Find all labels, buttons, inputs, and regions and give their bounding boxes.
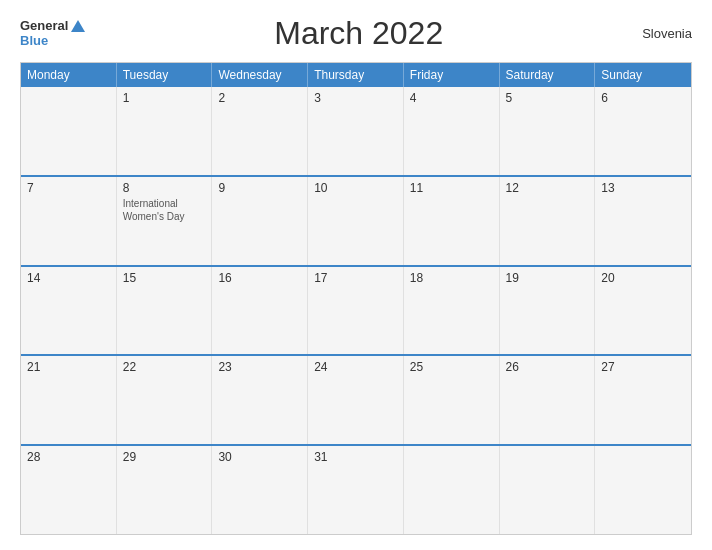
event-label: International Women's Day xyxy=(123,197,206,223)
day-cell: 30 xyxy=(212,446,308,534)
day-number: 9 xyxy=(218,181,301,195)
day-cell: 21 xyxy=(21,356,117,444)
day-cell: 19 xyxy=(500,267,596,355)
day-cell: 18 xyxy=(404,267,500,355)
day-cell xyxy=(21,87,117,175)
day-cell xyxy=(595,446,691,534)
day-cell: 14 xyxy=(21,267,117,355)
day-cell: 10 xyxy=(308,177,404,265)
day-cell xyxy=(500,446,596,534)
day-cell: 16 xyxy=(212,267,308,355)
day-cell: 2 xyxy=(212,87,308,175)
day-number: 23 xyxy=(218,360,301,374)
day-cell: 22 xyxy=(117,356,213,444)
day-number: 6 xyxy=(601,91,685,105)
day-number: 4 xyxy=(410,91,493,105)
day-number: 25 xyxy=(410,360,493,374)
day-cell: 5 xyxy=(500,87,596,175)
day-header-saturday: Saturday xyxy=(500,63,596,87)
day-number: 20 xyxy=(601,271,685,285)
day-headers-row: MondayTuesdayWednesdayThursdayFridaySatu… xyxy=(21,63,691,87)
week-row-3: 14151617181920 xyxy=(21,265,691,355)
week-row-4: 21222324252627 xyxy=(21,354,691,444)
day-cell: 1 xyxy=(117,87,213,175)
day-number: 30 xyxy=(218,450,301,464)
day-cell: 27 xyxy=(595,356,691,444)
day-number: 17 xyxy=(314,271,397,285)
day-cell: 11 xyxy=(404,177,500,265)
day-header-tuesday: Tuesday xyxy=(117,63,213,87)
day-number: 12 xyxy=(506,181,589,195)
day-number: 29 xyxy=(123,450,206,464)
day-number: 22 xyxy=(123,360,206,374)
day-cell: 20 xyxy=(595,267,691,355)
day-number: 7 xyxy=(27,181,110,195)
day-cell xyxy=(404,446,500,534)
day-header-monday: Monday xyxy=(21,63,117,87)
day-cell: 4 xyxy=(404,87,500,175)
day-header-thursday: Thursday xyxy=(308,63,404,87)
day-header-sunday: Sunday xyxy=(595,63,691,87)
week-row-1: 123456 xyxy=(21,87,691,175)
day-number: 16 xyxy=(218,271,301,285)
day-cell: 8International Women's Day xyxy=(117,177,213,265)
day-number: 24 xyxy=(314,360,397,374)
day-cell: 24 xyxy=(308,356,404,444)
day-number: 31 xyxy=(314,450,397,464)
day-cell: 23 xyxy=(212,356,308,444)
day-header-friday: Friday xyxy=(404,63,500,87)
week-row-2: 78International Women's Day910111213 xyxy=(21,175,691,265)
country-label: Slovenia xyxy=(632,26,692,41)
day-cell: 9 xyxy=(212,177,308,265)
day-number: 21 xyxy=(27,360,110,374)
day-cell: 15 xyxy=(117,267,213,355)
calendar-title: March 2022 xyxy=(85,15,632,52)
day-number: 14 xyxy=(27,271,110,285)
day-number: 3 xyxy=(314,91,397,105)
day-number: 18 xyxy=(410,271,493,285)
page-header: General Blue March 2022 Slovenia xyxy=(20,15,692,52)
day-cell: 29 xyxy=(117,446,213,534)
day-cell: 12 xyxy=(500,177,596,265)
calendar: MondayTuesdayWednesdayThursdayFridaySatu… xyxy=(20,62,692,535)
day-number: 1 xyxy=(123,91,206,105)
day-cell: 31 xyxy=(308,446,404,534)
logo-triangle-icon xyxy=(71,20,85,32)
logo-general-text: General xyxy=(20,19,68,33)
day-number: 15 xyxy=(123,271,206,285)
day-number: 10 xyxy=(314,181,397,195)
day-number: 19 xyxy=(506,271,589,285)
logo: General Blue xyxy=(20,19,85,48)
day-number: 13 xyxy=(601,181,685,195)
day-number: 5 xyxy=(506,91,589,105)
day-number: 11 xyxy=(410,181,493,195)
day-cell: 26 xyxy=(500,356,596,444)
day-number: 26 xyxy=(506,360,589,374)
day-cell: 7 xyxy=(21,177,117,265)
day-number: 27 xyxy=(601,360,685,374)
day-number: 28 xyxy=(27,450,110,464)
day-cell: 25 xyxy=(404,356,500,444)
day-cell: 13 xyxy=(595,177,691,265)
calendar-weeks: 12345678International Women's Day9101112… xyxy=(21,87,691,534)
day-cell: 17 xyxy=(308,267,404,355)
day-cell: 3 xyxy=(308,87,404,175)
logo-blue-text: Blue xyxy=(20,34,85,48)
day-header-wednesday: Wednesday xyxy=(212,63,308,87)
day-cell: 6 xyxy=(595,87,691,175)
day-number: 8 xyxy=(123,181,206,195)
week-row-5: 28293031 xyxy=(21,444,691,534)
day-number: 2 xyxy=(218,91,301,105)
day-cell: 28 xyxy=(21,446,117,534)
